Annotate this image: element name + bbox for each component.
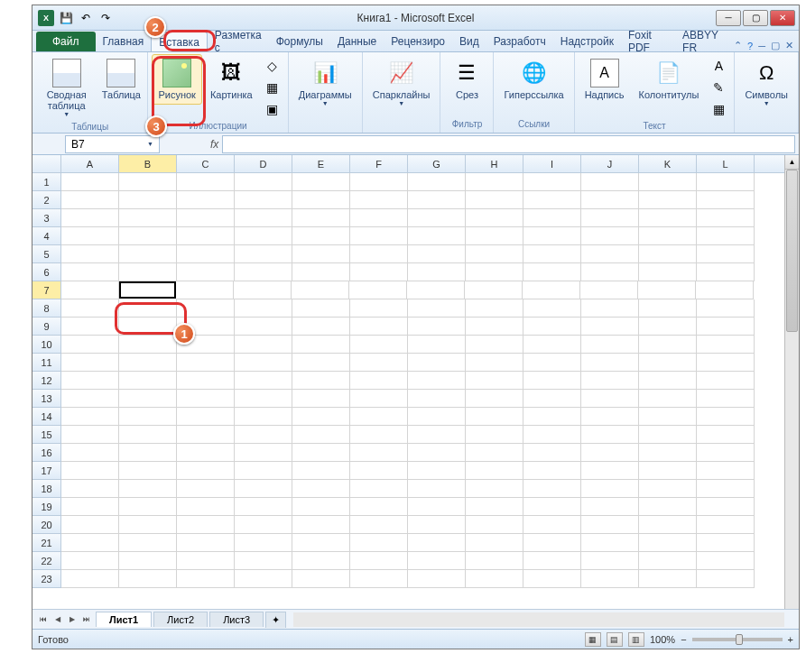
cell[interactable] bbox=[697, 299, 755, 318]
cell[interactable] bbox=[580, 281, 638, 299]
cell[interactable] bbox=[466, 354, 523, 372]
cell[interactable] bbox=[176, 281, 234, 299]
row-header[interactable]: 19 bbox=[32, 498, 61, 516]
cell[interactable] bbox=[639, 534, 697, 552]
cell[interactable] bbox=[61, 426, 119, 444]
cell[interactable] bbox=[119, 191, 177, 209]
cell[interactable] bbox=[119, 336, 177, 354]
cell[interactable] bbox=[350, 534, 408, 552]
cell[interactable] bbox=[523, 336, 581, 354]
cell[interactable] bbox=[61, 299, 119, 318]
cell[interactable] bbox=[697, 534, 755, 552]
cell[interactable] bbox=[466, 534, 523, 552]
cell[interactable] bbox=[177, 191, 235, 209]
cell[interactable] bbox=[292, 480, 350, 498]
tab-review[interactable]: Рецензиро bbox=[384, 32, 452, 51]
minimize-ribbon-icon[interactable]: ⌃ bbox=[734, 40, 742, 51]
cell[interactable] bbox=[235, 245, 292, 263]
cell[interactable] bbox=[523, 480, 581, 498]
cell[interactable] bbox=[408, 516, 466, 534]
cell[interactable] bbox=[523, 516, 581, 534]
tab-page-layout[interactable]: Разметка с bbox=[208, 32, 269, 51]
cell[interactable] bbox=[466, 245, 523, 263]
cell[interactable] bbox=[119, 354, 177, 372]
undo-icon[interactable]: ↶ bbox=[78, 10, 94, 26]
signature-icon[interactable]: ✎ bbox=[709, 78, 728, 97]
cell[interactable] bbox=[350, 354, 408, 372]
cell[interactable] bbox=[697, 191, 755, 209]
name-box[interactable]: B7 ▼ bbox=[65, 135, 160, 153]
cell[interactable] bbox=[581, 462, 639, 480]
col-header-K[interactable]: K bbox=[639, 155, 697, 172]
row-header[interactable]: 11 bbox=[32, 354, 61, 372]
cell[interactable] bbox=[177, 462, 235, 480]
col-header-H[interactable]: H bbox=[466, 155, 523, 172]
cell[interactable] bbox=[697, 516, 755, 534]
cell[interactable] bbox=[61, 281, 119, 299]
row-header[interactable]: 13 bbox=[32, 390, 61, 408]
cell[interactable] bbox=[697, 480, 755, 498]
cell[interactable] bbox=[581, 299, 639, 318]
cell[interactable] bbox=[581, 444, 639, 462]
cell[interactable] bbox=[350, 516, 408, 534]
cell[interactable] bbox=[581, 173, 639, 191]
row-header[interactable]: 12 bbox=[32, 372, 61, 390]
cell[interactable] bbox=[350, 318, 408, 336]
cell[interactable] bbox=[350, 390, 408, 408]
cell[interactable] bbox=[61, 534, 119, 552]
cell[interactable] bbox=[119, 480, 177, 498]
row-header[interactable]: 6 bbox=[32, 263, 61, 281]
header-footer-button[interactable]: 📄 Колонтитулы bbox=[632, 54, 705, 105]
textbox-button[interactable]: A Надпись bbox=[579, 54, 631, 105]
maximize-button[interactable]: ▢ bbox=[743, 10, 768, 26]
cell[interactable] bbox=[408, 408, 466, 426]
cell[interactable] bbox=[235, 462, 292, 480]
cell[interactable] bbox=[466, 462, 523, 480]
cell[interactable] bbox=[408, 534, 466, 552]
cell[interactable] bbox=[119, 408, 177, 426]
cell[interactable] bbox=[581, 390, 639, 408]
cell[interactable] bbox=[292, 245, 350, 263]
cell[interactable] bbox=[61, 570, 119, 588]
row-header[interactable]: 20 bbox=[32, 516, 61, 534]
cell[interactable] bbox=[292, 570, 350, 588]
cell[interactable] bbox=[697, 227, 755, 245]
cell[interactable] bbox=[61, 209, 119, 227]
page-layout-view-icon[interactable]: ▤ bbox=[607, 632, 623, 647]
cell[interactable] bbox=[177, 209, 235, 227]
cell[interactable] bbox=[119, 227, 177, 245]
col-header-A[interactable]: A bbox=[61, 155, 119, 172]
cell[interactable] bbox=[408, 570, 466, 588]
cell[interactable] bbox=[466, 299, 523, 318]
cell[interactable] bbox=[581, 245, 639, 263]
cell[interactable] bbox=[61, 444, 119, 462]
cell[interactable] bbox=[639, 354, 697, 372]
cell[interactable] bbox=[523, 462, 581, 480]
shapes-icon[interactable]: ◇ bbox=[263, 56, 283, 76]
cell[interactable] bbox=[408, 444, 466, 462]
cell[interactable] bbox=[235, 354, 292, 372]
selected-cell[interactable] bbox=[119, 281, 176, 299]
cell[interactable] bbox=[61, 480, 119, 498]
cell[interactable] bbox=[350, 462, 408, 480]
minimize-button[interactable]: ─ bbox=[716, 10, 741, 26]
cell[interactable] bbox=[235, 570, 292, 588]
help-icon[interactable]: ? bbox=[747, 41, 753, 51]
cell[interactable] bbox=[408, 354, 466, 372]
cell[interactable] bbox=[581, 227, 639, 245]
cell[interactable] bbox=[523, 318, 581, 336]
cell[interactable] bbox=[696, 281, 754, 299]
normal-view-icon[interactable]: ▦ bbox=[585, 632, 601, 647]
cell[interactable] bbox=[292, 534, 350, 552]
select-all-corner[interactable] bbox=[32, 155, 61, 172]
cell[interactable] bbox=[235, 480, 292, 498]
cell[interactable] bbox=[408, 552, 466, 570]
row-header[interactable]: 9 bbox=[32, 318, 61, 336]
cell[interactable] bbox=[523, 570, 581, 588]
zoom-thumb[interactable] bbox=[736, 634, 743, 645]
row-header[interactable]: 1 bbox=[32, 173, 61, 191]
cell[interactable] bbox=[638, 281, 696, 299]
col-header-D[interactable]: D bbox=[235, 155, 292, 172]
cell[interactable] bbox=[235, 390, 292, 408]
cell[interactable] bbox=[292, 462, 350, 480]
